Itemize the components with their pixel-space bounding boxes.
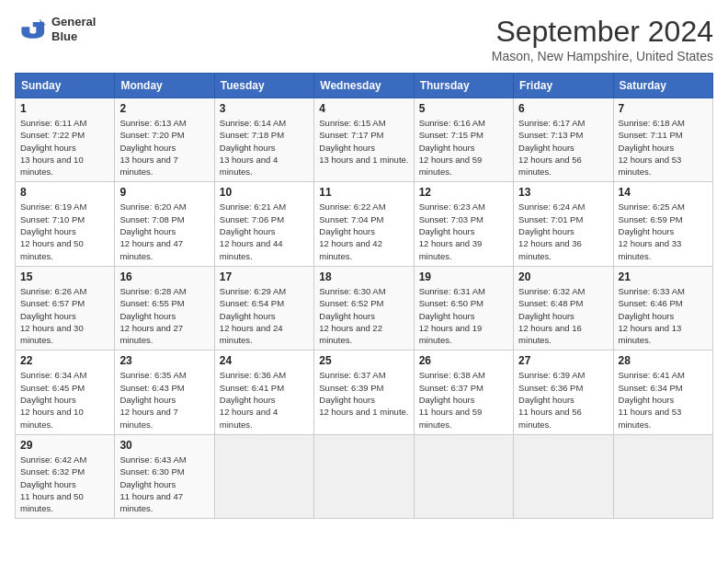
- day-number: 8: [20, 186, 109, 199]
- day-number: 27: [518, 354, 608, 367]
- day-info: Sunrise: 6:18 AM Sunset: 7:11 PM Dayligh…: [619, 117, 708, 178]
- day-info: Sunrise: 6:28 AM Sunset: 6:55 PM Dayligh…: [119, 285, 209, 346]
- day-info: Sunrise: 6:32 AM Sunset: 6:48 PM Dayligh…: [518, 285, 608, 346]
- location: Mason, New Hampshire, United States: [492, 49, 713, 63]
- logo-line1: General: [51, 15, 96, 29]
- calendar-cell: 30 Sunrise: 6:43 AM Sunset: 6:30 PM Dayl…: [115, 434, 214, 518]
- day-info: Sunrise: 6:29 AM Sunset: 6:54 PM Dayligh…: [220, 285, 309, 346]
- logo-line2: Blue: [51, 29, 77, 43]
- day-number: 14: [619, 186, 708, 199]
- day-info: Sunrise: 6:34 AM Sunset: 6:45 PM Dayligh…: [20, 369, 109, 430]
- day-info: Sunrise: 6:20 AM Sunset: 7:08 PM Dayligh…: [119, 201, 209, 261]
- calendar-cell: 22 Sunrise: 6:34 AM Sunset: 6:45 PM Dayl…: [16, 350, 115, 434]
- day-number: 21: [619, 270, 708, 283]
- calendar-cell: 29 Sunrise: 6:42 AM Sunset: 6:32 PM Dayl…: [16, 434, 115, 518]
- calendar-week-5: 29 Sunrise: 6:42 AM Sunset: 6:32 PM Dayl…: [16, 434, 713, 518]
- day-number: 17: [220, 270, 309, 283]
- day-number: 11: [319, 186, 408, 199]
- calendar-cell: 26 Sunrise: 6:38 AM Sunset: 6:37 PM Dayl…: [414, 350, 513, 434]
- day-number: 16: [119, 270, 209, 283]
- calendar-week-2: 8 Sunrise: 6:19 AM Sunset: 7:10 PM Dayli…: [16, 182, 713, 266]
- calendar-cell: 3 Sunrise: 6:14 AM Sunset: 7:18 PM Dayli…: [214, 98, 313, 182]
- calendar-cell: 9 Sunrise: 6:20 AM Sunset: 7:08 PM Dayli…: [115, 182, 214, 266]
- calendar-cell: 1 Sunrise: 6:11 AM Sunset: 7:22 PM Dayli…: [16, 98, 115, 182]
- calendar-cell: 19 Sunrise: 6:31 AM Sunset: 6:50 PM Dayl…: [414, 266, 513, 350]
- day-info: Sunrise: 6:21 AM Sunset: 7:06 PM Dayligh…: [220, 201, 309, 261]
- calendar-week-3: 15 Sunrise: 6:26 AM Sunset: 6:57 PM Dayl…: [16, 266, 713, 350]
- day-number: 28: [619, 354, 708, 367]
- day-info: Sunrise: 6:36 AM Sunset: 6:41 PM Dayligh…: [220, 369, 309, 430]
- day-number: 18: [319, 270, 408, 283]
- calendar-week-1: 1 Sunrise: 6:11 AM Sunset: 7:22 PM Dayli…: [16, 98, 713, 182]
- day-info: Sunrise: 6:38 AM Sunset: 6:37 PM Dayligh…: [419, 369, 508, 430]
- calendar-week-4: 22 Sunrise: 6:34 AM Sunset: 6:45 PM Dayl…: [16, 350, 713, 434]
- calendar-cell: [214, 434, 313, 518]
- calendar-cell: 24 Sunrise: 6:36 AM Sunset: 6:41 PM Dayl…: [214, 350, 313, 434]
- day-number: 25: [319, 354, 408, 367]
- day-number: 9: [119, 186, 209, 199]
- calendar-cell: 5 Sunrise: 6:16 AM Sunset: 7:15 PM Dayli…: [414, 98, 513, 182]
- calendar-cell: 7 Sunrise: 6:18 AM Sunset: 7:11 PM Dayli…: [613, 98, 712, 182]
- calendar-cell: 11 Sunrise: 6:22 AM Sunset: 7:04 PM Dayl…: [314, 182, 414, 266]
- calendar-cell: [514, 434, 613, 518]
- day-info: Sunrise: 6:42 AM Sunset: 6:32 PM Dayligh…: [20, 454, 109, 514]
- day-info: Sunrise: 6:24 AM Sunset: 7:01 PM Dayligh…: [518, 201, 608, 261]
- day-info: Sunrise: 6:31 AM Sunset: 6:50 PM Dayligh…: [419, 285, 508, 346]
- day-number: 15: [20, 270, 109, 283]
- day-number: 30: [119, 439, 209, 452]
- calendar-cell: 2 Sunrise: 6:13 AM Sunset: 7:20 PM Dayli…: [115, 98, 214, 182]
- day-number: 7: [619, 102, 708, 115]
- day-number: 3: [220, 102, 309, 115]
- column-header-sunday: Sunday: [16, 74, 115, 98]
- column-header-tuesday: Tuesday: [214, 74, 313, 98]
- day-info: Sunrise: 6:39 AM Sunset: 6:36 PM Dayligh…: [518, 369, 608, 430]
- calendar-table: SundayMondayTuesdayWednesdayThursdayFrid…: [15, 73, 713, 519]
- day-info: Sunrise: 6:30 AM Sunset: 6:52 PM Dayligh…: [319, 285, 408, 346]
- day-number: 20: [518, 270, 608, 283]
- calendar-cell: [314, 434, 414, 518]
- calendar-cell: 12 Sunrise: 6:23 AM Sunset: 7:03 PM Dayl…: [414, 182, 513, 266]
- day-info: Sunrise: 6:13 AM Sunset: 7:20 PM Dayligh…: [119, 117, 209, 178]
- calendar-cell: 14 Sunrise: 6:25 AM Sunset: 6:59 PM Dayl…: [613, 182, 712, 266]
- day-number: 29: [20, 439, 109, 452]
- day-number: 24: [220, 354, 309, 367]
- day-info: Sunrise: 6:11 AM Sunset: 7:22 PM Dayligh…: [20, 117, 109, 178]
- calendar-header-row: SundayMondayTuesdayWednesdayThursdayFrid…: [16, 74, 713, 98]
- calendar-cell: 13 Sunrise: 6:24 AM Sunset: 7:01 PM Dayl…: [514, 182, 613, 266]
- day-number: 19: [419, 270, 508, 283]
- column-header-wednesday: Wednesday: [314, 74, 414, 98]
- day-info: Sunrise: 6:33 AM Sunset: 6:46 PM Dayligh…: [619, 285, 708, 346]
- column-header-saturday: Saturday: [613, 74, 712, 98]
- day-info: Sunrise: 6:41 AM Sunset: 6:34 PM Dayligh…: [619, 369, 708, 430]
- page-header: General Blue September 2024 Mason, New H…: [15, 15, 713, 63]
- column-header-monday: Monday: [115, 74, 214, 98]
- day-number: 22: [20, 354, 109, 367]
- day-number: 23: [119, 354, 209, 367]
- day-number: 26: [419, 354, 508, 367]
- calendar-cell: 21 Sunrise: 6:33 AM Sunset: 6:46 PM Dayl…: [613, 266, 712, 350]
- calendar-cell: 23 Sunrise: 6:35 AM Sunset: 6:43 PM Dayl…: [115, 350, 214, 434]
- calendar-cell: 27 Sunrise: 6:39 AM Sunset: 6:36 PM Dayl…: [514, 350, 613, 434]
- logo: General Blue: [15, 15, 96, 43]
- column-header-thursday: Thursday: [414, 74, 513, 98]
- day-info: Sunrise: 6:37 AM Sunset: 6:39 PM Dayligh…: [319, 369, 408, 418]
- day-info: Sunrise: 6:17 AM Sunset: 7:13 PM Dayligh…: [518, 117, 608, 178]
- day-number: 2: [119, 102, 209, 115]
- calendar-cell: 4 Sunrise: 6:15 AM Sunset: 7:17 PM Dayli…: [314, 98, 414, 182]
- logo-icon: [15, 16, 48, 43]
- day-number: 1: [20, 102, 109, 115]
- month-title: September 2024: [492, 15, 713, 49]
- calendar-cell: 6 Sunrise: 6:17 AM Sunset: 7:13 PM Dayli…: [514, 98, 613, 182]
- day-number: 12: [419, 186, 508, 199]
- calendar-cell: [414, 434, 513, 518]
- day-info: Sunrise: 6:15 AM Sunset: 7:17 PM Dayligh…: [319, 117, 408, 166]
- calendar-cell: 15 Sunrise: 6:26 AM Sunset: 6:57 PM Dayl…: [16, 266, 115, 350]
- title-block: September 2024 Mason, New Hampshire, Uni…: [492, 15, 713, 63]
- calendar-cell: 17 Sunrise: 6:29 AM Sunset: 6:54 PM Dayl…: [214, 266, 313, 350]
- day-number: 10: [220, 186, 309, 199]
- calendar-cell: 18 Sunrise: 6:30 AM Sunset: 6:52 PM Dayl…: [314, 266, 414, 350]
- day-info: Sunrise: 6:14 AM Sunset: 7:18 PM Dayligh…: [220, 117, 309, 178]
- day-number: 4: [319, 102, 408, 115]
- day-number: 6: [518, 102, 608, 115]
- day-info: Sunrise: 6:43 AM Sunset: 6:30 PM Dayligh…: [119, 454, 209, 514]
